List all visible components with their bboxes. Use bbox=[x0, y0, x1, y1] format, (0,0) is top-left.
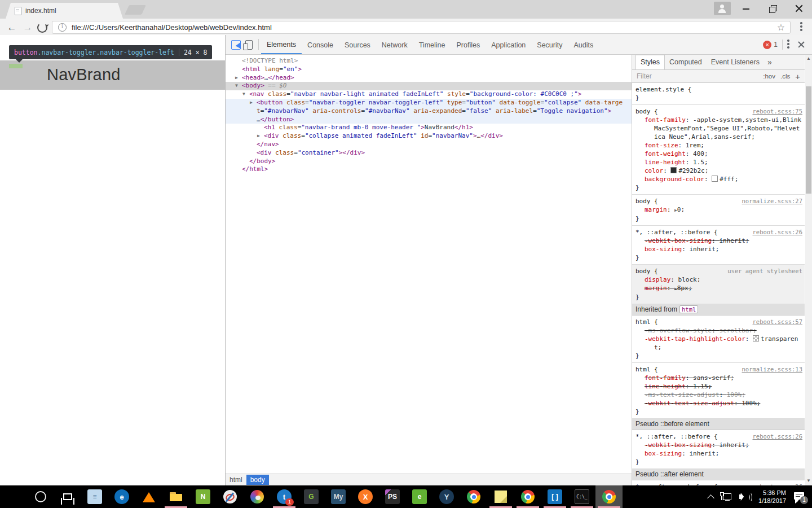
window-close-button[interactable] bbox=[786, 0, 812, 17]
chrome-3-taskbar-button[interactable] bbox=[595, 485, 623, 508]
style-rule[interactable]: reboot.scss:57html {-ms-overflow-style: … bbox=[632, 316, 805, 363]
tab-styles[interactable]: Styles bbox=[636, 55, 665, 69]
devtools-tab-sources[interactable]: Sources bbox=[339, 36, 376, 54]
dom-node-line[interactable]: </nav> bbox=[226, 141, 632, 149]
reload-button[interactable] bbox=[37, 23, 47, 33]
devtools-menu-button[interactable] bbox=[787, 40, 789, 50]
color-swatch[interactable] bbox=[753, 335, 759, 341]
css-property[interactable]: box-sizing: inherit; bbox=[636, 449, 802, 458]
page-info-icon[interactable] bbox=[58, 23, 67, 32]
expander-open-icon[interactable]: ▼ bbox=[235, 82, 238, 90]
css-property[interactable]: font-family: sans-serif; bbox=[636, 374, 802, 382]
filter-input[interactable]: Filter bbox=[637, 72, 763, 80]
devtools-tab-console[interactable]: Console bbox=[302, 36, 339, 54]
bookmark-star-icon[interactable]: ☆ bbox=[777, 22, 785, 33]
volume-icon[interactable] bbox=[739, 492, 752, 502]
scrollbar-thumb[interactable] bbox=[806, 86, 811, 194]
css-property[interactable]: margin: ▶8px; bbox=[636, 284, 802, 293]
stylesheet-link[interactable]: reboot.scss:26 bbox=[752, 228, 802, 237]
css-property[interactable]: margin: ▶0; bbox=[636, 205, 802, 214]
scroll-down-icon[interactable]: ▼ bbox=[805, 478, 812, 483]
breadcrumb-html[interactable]: html bbox=[226, 475, 246, 485]
dom-node-line[interactable]: <div class="container"></div> bbox=[226, 149, 632, 157]
css-property[interactable]: color: #292b2c; bbox=[636, 167, 802, 175]
style-rule[interactable]: reboot.scss:26*, ::after, ::before {-web… bbox=[632, 430, 805, 469]
cmd-taskbar-button[interactable]: C:\_ bbox=[568, 485, 595, 508]
devtools-tab-application[interactable]: Application bbox=[486, 36, 531, 54]
greenshot-taskbar-button[interactable]: G bbox=[298, 485, 325, 508]
new-style-rule-button[interactable]: + bbox=[795, 72, 800, 81]
address-bar[interactable]: file:///C:/Users/Keerthanahal/Desktop/we… bbox=[52, 21, 791, 34]
dom-node-line[interactable]: ▶<div class="collapse animated fadeInLef… bbox=[226, 132, 632, 141]
cortana-button-taskbar-button[interactable] bbox=[27, 485, 54, 508]
css-property[interactable]: -webkit-box-sizing: inherit; bbox=[636, 237, 802, 245]
dom-node-line[interactable]: </html> bbox=[226, 165, 632, 174]
dom-node-line[interactable]: ▶<head>…</head> bbox=[226, 74, 632, 82]
sticky-notes-taskbar-button[interactable] bbox=[487, 485, 514, 508]
css-property[interactable]: line-height: 1.5; bbox=[636, 158, 802, 167]
xampp-taskbar-button[interactable]: X bbox=[352, 485, 379, 508]
css-property[interactable]: -webkit-box-sizing: inherit; bbox=[636, 441, 802, 449]
css-property[interactable]: font-size: 1rem; bbox=[636, 141, 802, 150]
devtools-tab-profiles[interactable]: Profiles bbox=[451, 36, 486, 54]
css-property[interactable]: box-sizing: inherit; bbox=[636, 245, 802, 253]
scroll-up-icon[interactable]: ▲ bbox=[805, 56, 812, 61]
profile-button[interactable] bbox=[714, 2, 731, 15]
toggle-hover-state-button[interactable]: :hov bbox=[763, 73, 775, 80]
style-rule[interactable]: element.style {} bbox=[632, 83, 805, 105]
color-swatch[interactable] bbox=[712, 176, 718, 182]
browser-tab[interactable]: index.html × bbox=[6, 3, 132, 19]
dom-node-line[interactable]: …</button> bbox=[226, 116, 632, 124]
stylesheet-link[interactable]: normalize.scss:27 bbox=[742, 197, 802, 205]
file-explorer-taskbar-button[interactable] bbox=[162, 485, 189, 508]
devtools-tab-network[interactable]: Network bbox=[376, 36, 413, 54]
window-minimize-button[interactable] bbox=[733, 0, 759, 17]
dom-node-line[interactable]: ▼<body> == $0 bbox=[226, 82, 632, 90]
device-toolbar-icon[interactable] bbox=[245, 40, 253, 50]
chrome-taskbar-button[interactable] bbox=[460, 485, 487, 508]
style-rule[interactable]: normalize.scss:13html {font-family: sans… bbox=[632, 363, 805, 419]
network-icon[interactable] bbox=[720, 492, 731, 501]
back-button[interactable]: ← bbox=[5, 20, 19, 35]
start-button-taskbar-button[interactable] bbox=[0, 485, 27, 508]
dom-node-line[interactable]: <!DOCTYPE html> bbox=[226, 57, 632, 65]
css-property[interactable]: -webkit-tap-highlight-color: transparent… bbox=[636, 335, 802, 352]
clock[interactable]: 5:36 PM 1/18/2017 bbox=[758, 489, 786, 505]
css-property[interactable]: -ms-overflow-style: scrollbar; bbox=[636, 326, 802, 335]
dom-node-line[interactable]: <h1 class="navbar-brand mb-0 move-header… bbox=[226, 124, 632, 132]
notepad-plus-plus-taskbar-button[interactable]: N bbox=[189, 485, 217, 508]
css-property[interactable]: font-family: -apple-system,system-ui,Bli… bbox=[636, 116, 802, 141]
sourcetree-taskbar-button[interactable]: Y bbox=[433, 485, 460, 508]
error-badge-icon[interactable]: × bbox=[763, 41, 771, 49]
tab-event-listeners[interactable]: Event Listeners bbox=[707, 55, 764, 69]
more-tabs-icon[interactable]: » bbox=[767, 58, 772, 67]
dom-node-line[interactable]: </body> bbox=[226, 157, 632, 166]
phpstorm-taskbar-button[interactable]: PS bbox=[379, 485, 406, 508]
thunderbird-taskbar-button[interactable]: t1 bbox=[271, 485, 298, 508]
tray-expand-icon[interactable] bbox=[707, 494, 714, 502]
mysql-workbench-taskbar-button[interactable]: My bbox=[325, 485, 352, 508]
css-property[interactable]: -webkit-text-size-adjust: 100%; bbox=[636, 399, 802, 408]
style-rule[interactable]: reboot.scss:75body {font-family: -apple-… bbox=[632, 105, 805, 195]
task-view-button-taskbar-button[interactable] bbox=[54, 485, 81, 508]
snipping-tool-taskbar-button[interactable] bbox=[217, 485, 244, 508]
notepad-taskbar-button[interactable]: ≡ bbox=[81, 485, 108, 508]
devtools-close-button[interactable] bbox=[797, 41, 805, 49]
css-property[interactable]: -ms-text-size-adjust: 100%; bbox=[636, 391, 802, 399]
dom-node-line[interactable]: ▶<button class="navbar-toggler navbar-to… bbox=[226, 99, 632, 116]
evernote-taskbar-button[interactable]: e bbox=[406, 485, 433, 508]
css-property[interactable]: background-color: #fff; bbox=[636, 175, 802, 183]
css-property[interactable]: line-height: 1.15; bbox=[636, 382, 802, 391]
expander-closed-icon[interactable]: ▶ bbox=[257, 132, 260, 141]
tab-computed[interactable]: Computed bbox=[665, 55, 707, 69]
stylesheet-link[interactable]: reboot.scss:57 bbox=[752, 318, 802, 326]
browser-menu-button[interactable] bbox=[800, 22, 802, 32]
chrome-2-taskbar-button[interactable] bbox=[514, 485, 541, 508]
css-property[interactable]: font-weight: 400; bbox=[636, 150, 802, 158]
styles-scrollbar[interactable]: ▲ ▼ bbox=[805, 55, 812, 485]
node-link-chip[interactable]: html bbox=[679, 305, 698, 313]
style-rule[interactable]: user agent stylesheetbody {display: bloc… bbox=[632, 265, 805, 304]
paint-taskbar-button[interactable] bbox=[244, 485, 271, 508]
dom-node-line[interactable]: <html lang="en"> bbox=[226, 65, 632, 74]
forward-button[interactable]: → bbox=[20, 20, 35, 35]
